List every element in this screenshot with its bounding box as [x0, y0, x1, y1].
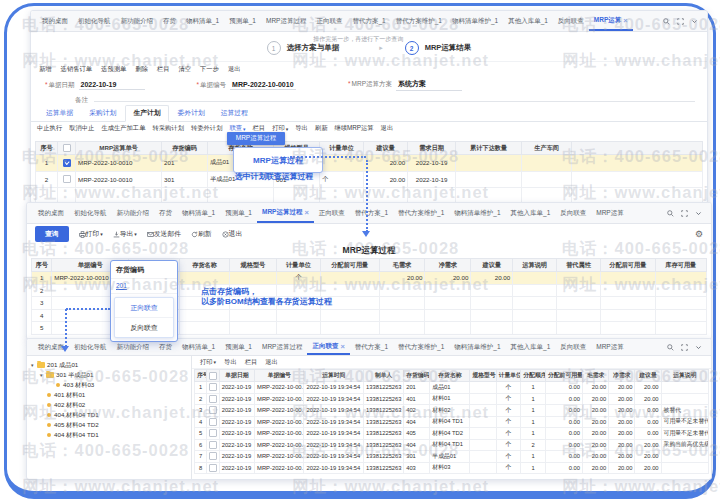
tab-MRP运算[interactable]: MRP运算: [591, 203, 628, 223]
linkquery-menu-item[interactable]: MRP运算过程: [227, 132, 285, 145]
tab-正向联查[interactable]: 正向联查: [314, 203, 350, 223]
toolbar-item-导出[interactable]: 导出: [295, 124, 308, 133]
checkbox[interactable]: [209, 464, 217, 472]
tab-替代方案维护_1[interactable]: 替代方案维护_1: [391, 11, 447, 31]
toolbar-item-选预测单[interactable]: 选预测单: [101, 65, 126, 74]
fullscreen-icon[interactable]: [681, 344, 688, 351]
table-row[interactable]: 52022-10-19MRP-2022-10-00..2022-10-19 19…: [195, 428, 709, 440]
checkbox[interactable]: [209, 395, 217, 403]
export-button[interactable]: 导出▾: [113, 229, 137, 239]
tab-初始化导航[interactable]: 初始化导航: [69, 203, 112, 223]
tab-正向联查[interactable]: 正向联查: [311, 11, 347, 31]
tab-初始化导航[interactable]: 初始化导航: [69, 339, 112, 355]
tab-物料清单维护_1[interactable]: 物料清单维护_1: [449, 203, 505, 223]
table-row[interactable]: 12022-10-19MRP-2022-10-00..2022-10-19 19…: [195, 382, 709, 394]
tab-替代方案_1[interactable]: 替代方案_1: [350, 203, 393, 223]
tree-node[interactable]: ▾201 成品01: [29, 360, 189, 370]
table-row[interactable]: 1MRP-2022-10-0010201成品0120.002022-10-19: [36, 155, 703, 172]
tab-替代方案_1[interactable]: 替代方案_1: [347, 11, 390, 31]
tab-正向联查[interactable]: 正向联查×: [307, 339, 349, 355]
toolbar-item-新增[interactable]: 新增: [39, 65, 52, 74]
exit-button[interactable]: 退出: [222, 229, 243, 239]
tab-存货[interactable]: 存货: [154, 203, 177, 223]
tab-新功能介绍[interactable]: 新功能介绍: [116, 11, 159, 31]
tab-我的桌面[interactable]: 我的桌面: [37, 11, 73, 31]
toolbar-item-转委外计划[interactable]: 转委外计划: [191, 124, 222, 133]
table-row[interactable]: 32022-10-19MRP-2022-10-00..2022-10-19 19…: [195, 405, 709, 417]
tab-物料清单_1[interactable]: 物料清单_1: [177, 339, 220, 355]
tab-反向联查[interactable]: 反向联查: [555, 339, 591, 355]
menu-item-forward-query[interactable]: 正向联查: [115, 298, 173, 318]
tree-node[interactable]: 405 材料04 TD2: [29, 420, 189, 430]
tab-预测单_1[interactable]: 预测单_1: [220, 339, 257, 355]
tab-MRP运算过程[interactable]: MRP运算过程: [257, 339, 307, 355]
table-row[interactable]: 62022-10-19MRP-2022-10-00..2022-10-19 19…: [195, 439, 709, 451]
toolbar-item-继续MRP运算[interactable]: 继续MRP运算: [334, 124, 373, 133]
checkbox[interactable]: [209, 441, 217, 449]
chevron-down-icon[interactable]: [695, 210, 702, 217]
toolbar-item-清空[interactable]: 清空: [178, 65, 191, 74]
tree-node[interactable]: 403 材料03: [29, 380, 189, 390]
checkbox[interactable]: [209, 429, 217, 437]
tab-物料清单维护_1[interactable]: 物料清单维护_1: [447, 11, 503, 31]
tab-其他入库单_1[interactable]: 其他入库单_1: [506, 339, 556, 355]
toolbar-item-导出[interactable]: 导出: [224, 358, 237, 367]
tab-MRP运算[interactable]: MRP运算: [591, 339, 628, 355]
subtab-生产计划[interactable]: 生产计划: [125, 105, 168, 122]
close-icon[interactable]: ×: [623, 16, 627, 25]
tab-MRP运算过程[interactable]: MRP运算过程×: [257, 203, 314, 223]
tab-初始化导航[interactable]: 初始化导航: [73, 11, 116, 31]
chevron-down-icon[interactable]: [691, 18, 698, 25]
date-field[interactable]: 2022-10-19: [79, 81, 145, 90]
tree-node[interactable]: 404 材料04 TD1: [29, 430, 189, 440]
remark-field[interactable]: [94, 93, 695, 102]
tab-物料清单_1[interactable]: 物料清单_1: [181, 11, 224, 31]
tab-其他入库单_1[interactable]: 其他入库单_1: [506, 203, 556, 223]
table-row[interactable]: 82022-10-19MRP-2022-10-00..2022-10-19 19…: [195, 462, 709, 474]
tab-物料清单维护_1[interactable]: 物料清单维护_1: [449, 339, 505, 355]
toolbar-item-退出[interactable]: 退出: [265, 358, 278, 367]
checkbox-checked[interactable]: [63, 159, 71, 167]
toolbar-item-选销售订单[interactable]: 选销售订单: [61, 65, 92, 74]
tree-node[interactable]: ▾301 半成品01: [29, 370, 189, 380]
checkbox[interactable]: [209, 372, 217, 380]
toolbar-item-栏目[interactable]: 栏目: [245, 358, 258, 367]
checkbox[interactable]: [209, 418, 217, 426]
inventory-code-link[interactable]: 201: [111, 279, 177, 294]
tab-预测单_1[interactable]: 预测单_1: [220, 203, 257, 223]
tab-物料清单_1[interactable]: 物料清单_1: [177, 203, 220, 223]
refresh-button[interactable]: 刷新: [191, 229, 212, 239]
tab-替代方案维护_1[interactable]: 替代方案维护_1: [393, 203, 449, 223]
toolbar-item-中止执行[interactable]: 中止执行: [37, 124, 62, 133]
toolbar-item-退出[interactable]: 退出: [381, 124, 394, 133]
tab-新功能介绍[interactable]: 新功能介绍: [112, 203, 155, 223]
print-button[interactable]: 打印▾: [79, 229, 103, 239]
search-icon[interactable]: [667, 210, 674, 217]
search-icon[interactable]: [663, 18, 670, 25]
checkbox[interactable]: [63, 144, 71, 152]
checkbox[interactable]: [209, 452, 217, 460]
tab-其他入库单_1[interactable]: 其他入库单_1: [503, 11, 553, 31]
tab-我的桌面[interactable]: 我的桌面: [33, 203, 69, 223]
fullscreen-icon[interactable]: [677, 18, 684, 25]
tab-反向联查[interactable]: 反向联查: [553, 11, 589, 31]
tab-MRP运算过程[interactable]: MRP运算过程: [261, 11, 311, 31]
toolbar-item-转采购计划[interactable]: 转采购计划: [152, 124, 183, 133]
toolbar-item-刷新[interactable]: 刷新: [315, 124, 328, 133]
tree-node[interactable]: 401 材料01: [29, 390, 189, 400]
toolbar-item-取消中止[interactable]: 取消中止: [69, 124, 94, 133]
tab-替代方案_1[interactable]: 替代方案_1: [350, 339, 393, 355]
tree-node[interactable]: 404 材料04 TD1: [29, 410, 189, 420]
toolbar-item-退出[interactable]: 退出: [228, 65, 241, 74]
checkbox[interactable]: [209, 406, 217, 414]
tab-反向联查[interactable]: 反向联查: [555, 203, 591, 223]
close-icon[interactable]: ×: [304, 208, 308, 217]
table-row[interactable]: 72022-10-19MRP-2022-10-00..2022-10-19 19…: [195, 451, 709, 463]
fullscreen-icon[interactable]: [681, 210, 688, 217]
subtab-运算过程[interactable]: 运算过程: [214, 106, 255, 121]
toolbar-item-生成生产加工单[interactable]: 生成生产加工单: [101, 124, 145, 133]
chevron-down-icon[interactable]: [695, 344, 702, 351]
send-mail-button[interactable]: 发送邮件: [147, 229, 181, 239]
gear-icon[interactable]: ⚙: [695, 229, 703, 239]
tab-存货[interactable]: 存货: [158, 11, 181, 31]
